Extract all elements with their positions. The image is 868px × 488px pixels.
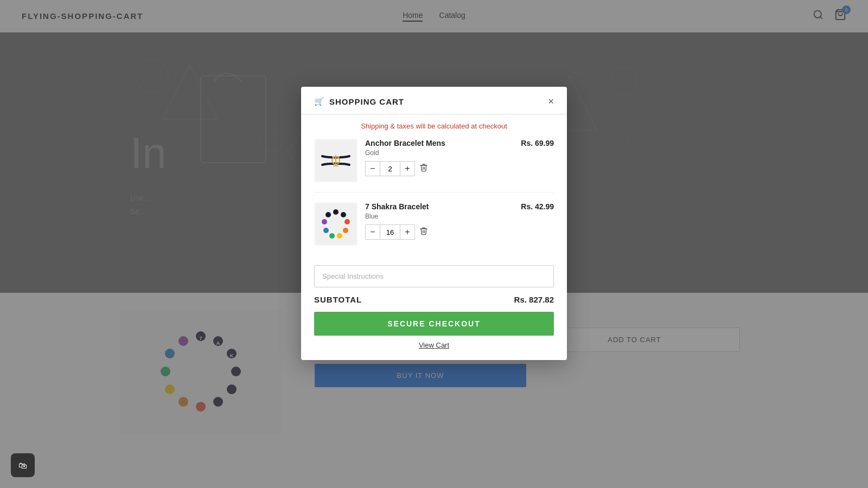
- svg-point-40: [337, 233, 342, 239]
- svg-text:🛍: 🛍: [18, 461, 27, 470]
- item-2-delete-button[interactable]: [419, 227, 428, 237]
- item-2-price: Rs. 42.99: [521, 202, 554, 211]
- cart-item-2: 7 Shakra Bracelet Blue − 16 + Rs. 42.99: [314, 202, 554, 255]
- item-1-increase-button[interactable]: +: [400, 161, 415, 176]
- item-2-variant: Blue: [365, 213, 513, 220]
- svg-point-43: [322, 219, 327, 224]
- svg-point-36: [333, 209, 339, 215]
- subtotal-row: SUBTOTAL Rs. 827.82: [314, 295, 554, 304]
- shopping-cart-modal: 🛒 SHOPPING CART × Shipping & taxes will …: [301, 87, 567, 360]
- item-2-qty-controls: − 16 +: [365, 224, 513, 240]
- modal-title: 🛒 SHOPPING CART: [314, 97, 404, 106]
- item-2-quantity: 16: [380, 224, 400, 240]
- subtotal-amount: Rs. 827.82: [514, 295, 554, 304]
- item-1-name: Anchor Bracelet Mens: [365, 139, 513, 147]
- item-1-qty-controls: − 2 +: [365, 161, 513, 176]
- item-2-increase-button[interactable]: +: [400, 224, 415, 240]
- item-1-details: Anchor Bracelet Mens Gold − 2 +: [365, 139, 513, 176]
- shipping-notice: Shipping & taxes will be calculated at c…: [314, 122, 554, 130]
- svg-point-41: [329, 233, 335, 239]
- modal-body: Shipping & taxes will be calculated at c…: [301, 114, 567, 360]
- svg-point-39: [343, 228, 348, 233]
- cart-item-1: Anchor Bracelet Mens Gold − 2 + Rs. 69.9…: [314, 139, 554, 192]
- item-2-decrease-button[interactable]: −: [365, 224, 380, 240]
- item-1-delete-button[interactable]: [419, 163, 428, 174]
- shopify-badge[interactable]: 🛍: [11, 453, 35, 477]
- modal-close-button[interactable]: ×: [548, 97, 554, 106]
- item-2-name: 7 Shakra Bracelet: [365, 202, 513, 211]
- view-cart-link[interactable]: View Cart: [314, 341, 554, 349]
- item-1-quantity: 2: [380, 161, 400, 176]
- item-1-decrease-button[interactable]: −: [365, 161, 380, 176]
- item-2-details: 7 Shakra Bracelet Blue − 16 +: [365, 202, 513, 240]
- special-instructions-input[interactable]: [314, 265, 554, 287]
- modal-header: 🛒 SHOPPING CART ×: [301, 87, 567, 114]
- item-1-price: Rs. 69.99: [521, 139, 554, 147]
- item-1-variant: Gold: [365, 149, 513, 157]
- cart-icon-modal: 🛒: [314, 97, 325, 106]
- svg-point-44: [326, 212, 331, 217]
- subtotal-label: SUBTOTAL: [314, 295, 362, 304]
- svg-point-37: [341, 212, 346, 217]
- item-1-image: [314, 139, 358, 182]
- item-2-image: [314, 202, 358, 246]
- svg-point-42: [323, 228, 329, 233]
- svg-point-38: [344, 219, 350, 224]
- secure-checkout-button[interactable]: SECURE CHECKOUT: [314, 312, 554, 336]
